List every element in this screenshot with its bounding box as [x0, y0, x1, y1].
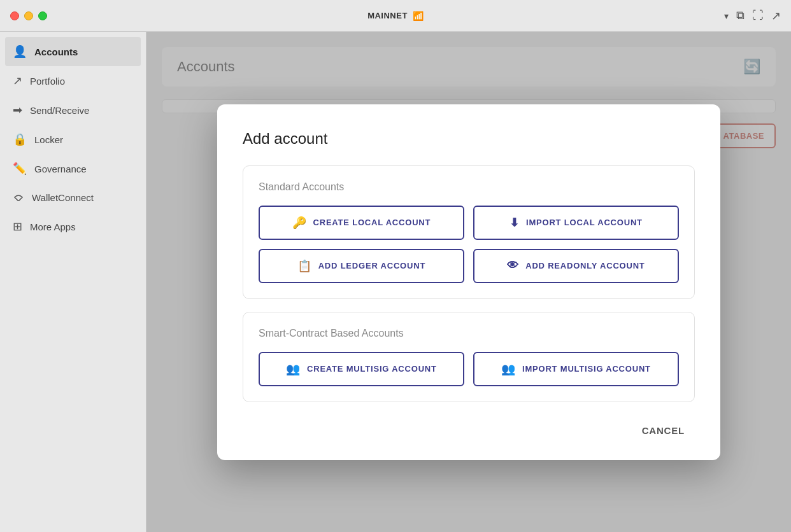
- network-label: MAINNET: [367, 11, 408, 20]
- sidebar-item-walletconnect[interactable]: WalletConnect: [0, 183, 146, 212]
- standard-section-label: Standard Accounts: [259, 181, 679, 193]
- governance-icon: ✏️: [13, 162, 27, 176]
- eye-icon: 👁: [507, 259, 519, 272]
- create-local-account-button[interactable]: 🔑 CREATE LOCAL ACCOUNT: [259, 206, 464, 240]
- sidebar-item-more-apps[interactable]: ⊞ More Apps: [0, 212, 146, 241]
- cancel-button[interactable]: CANCEL: [632, 420, 695, 441]
- sidebar-item-accounts[interactable]: 👤 Accounts: [5, 37, 141, 66]
- title-bar: MAINNET 📶 ▾ ⧉ ⛶ ↗: [0, 0, 791, 32]
- external-link-icon[interactable]: ↗: [771, 9, 781, 23]
- standard-accounts-section: Standard Accounts 🔑 CREATE LOCAL ACCOUNT…: [243, 165, 695, 299]
- add-ledger-account-button[interactable]: 📋 ADD LEDGER ACCOUNT: [259, 249, 464, 283]
- title-bar-actions: ▾ ⧉ ⛶ ↗: [724, 9, 781, 23]
- traffic-lights: [10, 11, 47, 20]
- close-button[interactable]: [10, 11, 19, 20]
- accounts-icon: 👤: [13, 45, 27, 59]
- sidebar-item-label: Accounts: [34, 46, 78, 57]
- modal-footer: CANCEL: [243, 415, 695, 441]
- import-multisig-account-button[interactable]: 👥 IMPORT MULTISIG ACCOUNT: [473, 352, 679, 386]
- smart-contract-accounts-section: Smart-Contract Based Accounts 👥 CREATE M…: [243, 312, 695, 402]
- sidebar-item-label: Governance: [34, 164, 87, 174]
- main-content: Accounts 🔄 ATABASE Add account Standard …: [146, 32, 791, 532]
- sidebar-item-label: Locker: [34, 134, 63, 145]
- key-icon: 🔑: [292, 216, 307, 230]
- multisig-create-icon: 👥: [286, 362, 301, 376]
- add-account-modal: Add account Standard Accounts 🔑 CREATE L…: [217, 104, 720, 460]
- wifi-icon: 📶: [413, 11, 424, 21]
- copy-icon[interactable]: ⧉: [736, 9, 745, 22]
- app-body: 👤 Accounts ↗ Portfolio ➡ Send/Receive 🔒 …: [0, 32, 791, 532]
- send-receive-icon: ➡: [13, 103, 22, 117]
- modal-overlay: Add account Standard Accounts 🔑 CREATE L…: [146, 32, 791, 532]
- portfolio-icon: ↗: [13, 74, 22, 88]
- sidebar: 👤 Accounts ↗ Portfolio ➡ Send/Receive 🔒 …: [0, 32, 146, 532]
- add-readonly-account-button[interactable]: 👁 ADD READONLY ACCOUNT: [473, 249, 679, 283]
- network-info: MAINNET 📶: [367, 11, 424, 21]
- sidebar-item-label: Portfolio: [30, 76, 65, 87]
- sidebar-item-governance[interactable]: ✏️ Governance: [0, 154, 146, 183]
- multisig-import-icon: 👥: [501, 362, 516, 376]
- sidebar-item-locker[interactable]: 🔒 Locker: [0, 125, 146, 154]
- ledger-icon: 📋: [297, 259, 312, 273]
- dropdown-icon[interactable]: ▾: [724, 11, 729, 21]
- sidebar-item-label: More Apps: [30, 221, 76, 232]
- download-icon: ⬇: [510, 216, 520, 230]
- minimize-button[interactable]: [24, 11, 33, 20]
- standard-buttons-grid: 🔑 CREATE LOCAL ACCOUNT ⬇ IMPORT LOCAL AC…: [259, 206, 679, 283]
- sidebar-item-portfolio[interactable]: ↗ Portfolio: [0, 66, 146, 95]
- locker-icon: 🔒: [13, 132, 27, 146]
- expand-icon[interactable]: ⛶: [752, 9, 764, 22]
- create-multisig-account-button[interactable]: 👥 CREATE MULTISIG ACCOUNT: [259, 352, 464, 386]
- smart-buttons-grid: 👥 CREATE MULTISIG ACCOUNT 👥 IMPORT MULTI…: [259, 352, 679, 386]
- smart-section-label: Smart-Contract Based Accounts: [259, 328, 679, 339]
- sidebar-item-label: WalletConnect: [32, 192, 94, 203]
- maximize-button[interactable]: [38, 11, 47, 20]
- sidebar-item-label: Send/Receive: [30, 105, 89, 116]
- import-local-account-button[interactable]: ⬇ IMPORT LOCAL ACCOUNT: [473, 206, 679, 240]
- more-apps-icon: ⊞: [13, 220, 22, 234]
- walletconnect-icon: [13, 191, 24, 204]
- sidebar-item-send-receive[interactable]: ➡ Send/Receive: [0, 95, 146, 125]
- modal-title: Add account: [243, 130, 695, 148]
